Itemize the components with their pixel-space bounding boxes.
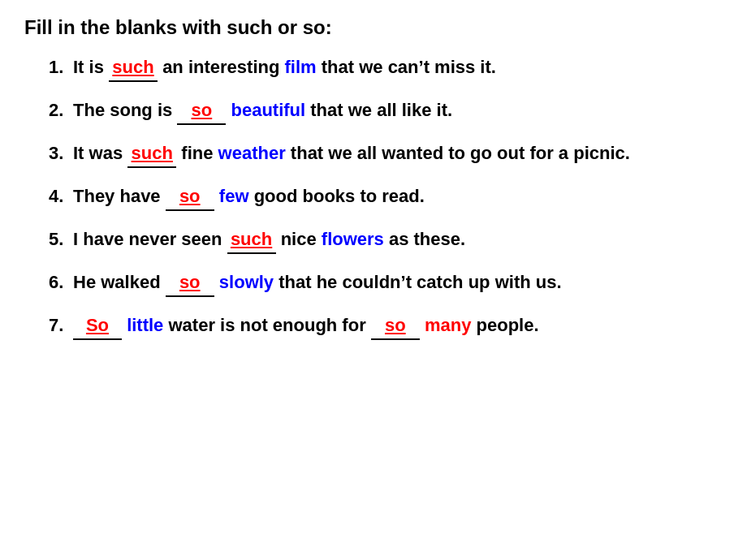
answer-span: such: [109, 54, 158, 82]
highlight-blue-word: film: [285, 57, 317, 77]
list-item-1: It is such an interesting film that we c…: [49, 54, 723, 82]
highlight-blue-word: few: [219, 186, 249, 206]
answer-span: so: [177, 97, 226, 125]
highlight-blue-word: beautiful: [231, 100, 305, 120]
list-item-3: It was such fine weather that we all wan…: [49, 140, 723, 168]
highlight-blue-word: slowly: [219, 272, 274, 292]
answer-span: so: [371, 312, 420, 340]
highlight-blue-word: flowers: [322, 229, 384, 249]
answer-span: such: [127, 140, 176, 168]
list-item-7: So little water is not enough for so man…: [49, 312, 723, 340]
list-item-6: He walked so slowly that he couldn’t cat…: [49, 269, 723, 297]
answer-span: So: [73, 312, 122, 340]
exercise-list: It is such an interesting film that we c…: [24, 54, 723, 340]
list-item-5: I have never seen such nice flowers as t…: [49, 226, 723, 254]
highlight-blue-word: little: [127, 315, 163, 335]
answer-span: such: [227, 226, 276, 254]
highlight-red-word: many: [425, 315, 471, 335]
answer-span: so: [166, 269, 214, 297]
list-item-4: They have so few good books to read.: [49, 183, 723, 211]
title: Fill in the blanks with such or so:: [24, 16, 723, 39]
answer-span: so: [166, 183, 214, 211]
list-item-2: The song is so beautiful that we all lik…: [49, 97, 723, 125]
highlight-blue-word: weather: [218, 143, 286, 163]
